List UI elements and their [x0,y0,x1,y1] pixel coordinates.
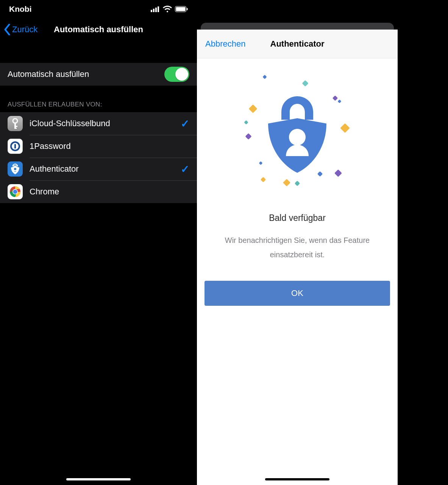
autofill-toggle-row[interactable]: Automatisch ausfüllen [0,63,197,86]
svg-rect-3 [158,6,159,12]
confetti-icon [283,179,290,186]
svg-point-14 [14,168,16,170]
confetti-icon [245,133,252,140]
battery-icon [175,6,188,12]
cellular-icon [151,6,160,12]
checkmark-icon: ✓ [181,163,189,175]
sheet-header: Abbrechen Authenticator [197,30,398,58]
provider-label: 1Password [30,141,189,151]
confetti-icon [302,80,309,87]
provider-row-icloud[interactable]: iCloud-Schlüsselbund ✓ [0,112,197,135]
back-button[interactable]: Zurück [4,24,37,35]
svg-point-25 [289,129,306,146]
wifi-icon [163,6,172,13]
chevron-left-icon [4,24,11,35]
provider-label: Authenticator [30,164,174,174]
confetti-icon [334,169,342,177]
provider-label: Chrome [30,187,189,197]
confetti-icon [249,105,258,113]
provider-row-authenticator[interactable]: Authenticator ✓ [0,158,197,180]
section-header: AUSFÜLLEN ERLAUBEN VON: [0,86,197,112]
confetti-icon [340,123,350,133]
confetti-icon [332,95,338,101]
status-icons [151,6,188,13]
svg-rect-9 [14,126,17,127]
carrier-label: Knobi [9,5,31,14]
svg-rect-6 [187,8,188,10]
nav-header: Zurück Automatisch ausfüllen [0,18,197,41]
ok-button[interactable]: OK [204,281,390,306]
home-indicator[interactable] [66,478,131,480]
illustration [197,58,398,210]
provider-row-chrome[interactable]: Chrome [0,180,197,203]
checkmark-icon: ✓ [181,117,189,130]
provider-label: iCloud-Schlüsselbund [30,119,174,128]
svg-rect-2 [155,8,157,12]
headline: Bald verfügbar [197,213,398,223]
svg-rect-1 [153,9,155,12]
cancel-button[interactable]: Abbrechen [205,39,245,49]
svg-rect-10 [14,128,17,129]
subtext: Wir benachrichtigen Sie, wenn das Featur… [212,233,382,262]
shield-lock-icon [261,89,333,180]
svg-rect-5 [176,7,186,11]
confetti-icon [262,75,267,79]
svg-rect-8 [14,122,16,128]
autofill-switch[interactable] [164,67,189,82]
provider-row-1password[interactable]: 1Password [0,135,197,158]
ok-button-label: OK [291,288,303,298]
screenshot-left: Knobi Zurück Automatisch ausfüllen Autom… [0,0,197,485]
confetti-icon [338,100,342,103]
modal-sheet: Abbrechen Authenticator [197,30,398,485]
chrome-icon [8,184,23,199]
icloud-keychain-icon [8,116,23,131]
svg-point-17 [13,190,17,194]
provider-list: iCloud-Schlüsselbund ✓ 1Password Authent… [0,112,197,203]
authenticator-icon [8,161,23,177]
screenshot-right: Knobi Abbrechen Authenticator [197,0,398,485]
svg-rect-13 [14,144,16,149]
svg-rect-0 [151,10,152,12]
status-bar: Knobi [0,0,197,18]
autofill-toggle-label: Automatisch ausfüllen [8,69,89,79]
back-label: Zurück [12,25,37,34]
home-indicator[interactable] [265,478,329,480]
spacer [0,41,197,63]
confetti-icon [244,120,248,124]
confetti-icon [295,181,300,186]
1password-icon [8,139,23,154]
